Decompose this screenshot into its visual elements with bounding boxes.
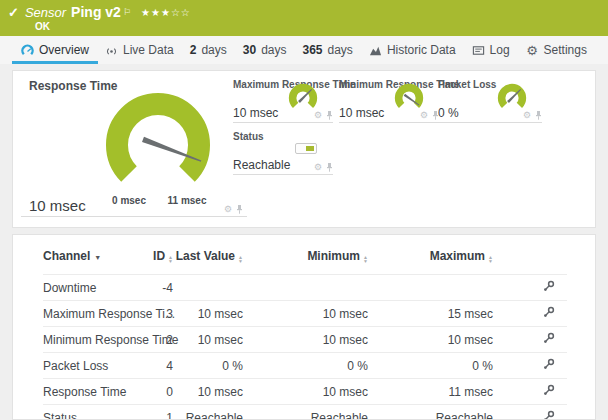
tab-label: Overview bbox=[39, 43, 89, 57]
wrench-icon[interactable] bbox=[543, 384, 555, 396]
column-label: Channel bbox=[43, 249, 90, 263]
tab-30-days[interactable]: 30 days bbox=[238, 36, 292, 64]
cell-id: 0 bbox=[148, 379, 173, 405]
column-header-last-value[interactable]: Last Value▲▼ bbox=[173, 247, 243, 275]
tab-settings[interactable]: ⚙ Settings bbox=[521, 36, 592, 64]
channel-gear-icon[interactable]: ⚙ bbox=[314, 163, 322, 172]
tab-label: days bbox=[201, 43, 226, 57]
stars-filled[interactable]: ★★★ bbox=[141, 7, 171, 18]
cell-channel: Response Time bbox=[43, 379, 148, 405]
cell-maximum: Reachable bbox=[368, 405, 493, 420]
tab-bar: Overview Live Data 2 days 30 days 365 da… bbox=[0, 36, 608, 64]
cell-channel: Status bbox=[43, 405, 148, 420]
cell-last-value: 10 msec bbox=[173, 301, 243, 327]
wrench-icon[interactable] bbox=[543, 306, 555, 318]
channel-gear-icon[interactable]: ⚙ bbox=[523, 111, 531, 120]
priority-stars[interactable]: ★★★☆☆ bbox=[141, 7, 191, 18]
overview-gauges-panel: Response Time 0 msec 11 msec 10 msec ⚙ M… bbox=[12, 70, 596, 228]
pin-icon[interactable] bbox=[236, 205, 243, 214]
cell-maximum: 10 msec bbox=[368, 327, 493, 353]
sort-desc-icon: ▼ bbox=[94, 254, 101, 261]
cell-minimum: Reachable bbox=[243, 405, 368, 420]
column-label: Minimum bbox=[307, 249, 360, 263]
status-toggle-indicator bbox=[295, 143, 317, 154]
toggle-knob bbox=[306, 146, 314, 151]
mini-panel-minimum-response-time: Minimum Response Time 10 msec ⚙ bbox=[339, 77, 439, 123]
pin-icon[interactable] bbox=[535, 111, 542, 120]
sort-icon: ▲▼ bbox=[363, 255, 368, 263]
channel-table-panel: Channel▼ ID▲▼ Last Value▲▼ Minimum▲▼ Max… bbox=[12, 234, 596, 420]
table-row-packet-loss[interactable]: Packet Loss 4 0 % 0 % 0 % bbox=[43, 353, 567, 379]
table-row-downtime[interactable]: Downtime -4 bbox=[43, 275, 567, 301]
cell-channel: Maximum Response Ti... bbox=[43, 301, 148, 327]
cell-minimum: 10 msec bbox=[243, 301, 368, 327]
wrench-icon[interactable] bbox=[543, 358, 555, 370]
gear-icon: ⚙ bbox=[526, 44, 539, 57]
wrench-icon[interactable] bbox=[543, 280, 555, 292]
response-time-gauge bbox=[93, 89, 223, 207]
column-header-minimum[interactable]: Minimum▲▼ bbox=[243, 247, 368, 275]
column-header-channel[interactable]: Channel▼ bbox=[43, 247, 148, 275]
status-check-icon: ✓ bbox=[8, 5, 19, 20]
channel-gear-icon[interactable]: ⚙ bbox=[224, 205, 232, 214]
sensor-title: Ping v2 bbox=[71, 4, 121, 20]
cell-minimum bbox=[243, 275, 368, 301]
tab-live-data[interactable]: Live Data bbox=[100, 36, 179, 64]
mini-title: Status bbox=[233, 129, 333, 142]
tab-number: 365 bbox=[302, 43, 322, 57]
tab-365-days[interactable]: 365 days bbox=[297, 36, 357, 64]
cell-minimum: 10 msec bbox=[243, 379, 368, 405]
tab-label: Log bbox=[490, 43, 510, 57]
channel-gear-icon[interactable]: ⚙ bbox=[314, 111, 322, 120]
cell-channel: Downtime bbox=[43, 275, 148, 301]
mini-value: Reachable bbox=[233, 158, 290, 172]
tab-number: 30 bbox=[243, 43, 256, 57]
wrench-icon[interactable] bbox=[543, 332, 555, 344]
cell-last-value: 10 msec bbox=[173, 327, 243, 353]
gauge-scale-max: 11 msec bbox=[168, 195, 207, 206]
mini-value: 10 msec bbox=[339, 106, 384, 120]
table-row-minimum-response-time[interactable]: Minimum Response Time 2 10 msec 10 msec … bbox=[43, 327, 567, 353]
tab-historic-data[interactable]: Historic Data bbox=[364, 36, 461, 64]
stars-empty[interactable]: ☆☆ bbox=[171, 7, 191, 18]
table-row-status[interactable]: Status 1 Reachable Reachable Reachable bbox=[43, 405, 567, 420]
column-header-id[interactable]: ID▲▼ bbox=[148, 247, 173, 275]
sort-icon: ▲▼ bbox=[238, 255, 243, 263]
priority-flag-icon: ⚐ bbox=[123, 7, 131, 17]
cell-maximum: 0 % bbox=[368, 353, 493, 379]
cell-id: -4 bbox=[148, 275, 173, 301]
primary-channel-value: 10 msec bbox=[29, 197, 86, 214]
pin-icon[interactable] bbox=[326, 163, 333, 172]
tab-overview[interactable]: Overview bbox=[16, 36, 94, 64]
channel-gear-icon[interactable]: ⚙ bbox=[420, 111, 428, 120]
column-label: Maximum bbox=[430, 249, 485, 263]
tab-label: days bbox=[261, 43, 286, 57]
table-row-response-time[interactable]: Response Time 0 10 msec 10 msec 11 msec bbox=[43, 379, 567, 405]
sensor-status-badge: OK bbox=[35, 21, 598, 32]
column-header-maximum[interactable]: Maximum▲▼ bbox=[368, 247, 493, 275]
cell-maximum: 15 msec bbox=[368, 301, 493, 327]
column-label: Last Value bbox=[176, 249, 235, 263]
sort-icon: ▲▼ bbox=[488, 255, 493, 263]
cell-channel: Minimum Response Time bbox=[43, 327, 148, 353]
cell-channel: Packet Loss bbox=[43, 353, 148, 379]
wrench-icon[interactable] bbox=[543, 410, 555, 420]
column-label: ID bbox=[153, 249, 165, 263]
sensor-header-bar: ✓ Sensor Ping v2 ⚐ ★★★☆☆ OK bbox=[0, 0, 608, 36]
chart-icon bbox=[369, 44, 382, 57]
table-row-maximum-response-time[interactable]: Maximum Response Ti... 3 10 msec 10 msec… bbox=[43, 301, 567, 327]
column-header-tools bbox=[493, 247, 567, 275]
cell-last-value: Reachable bbox=[173, 405, 243, 420]
gauge-scale-min: 0 msec bbox=[112, 195, 146, 206]
cell-last-value: 10 msec bbox=[173, 379, 243, 405]
tab-2-days[interactable]: 2 days bbox=[185, 36, 232, 64]
cell-minimum: 0 % bbox=[243, 353, 368, 379]
cell-maximum bbox=[368, 275, 493, 301]
mini-panel-maximum-response-time: Maximum Response Time 10 msec ⚙ bbox=[233, 77, 333, 123]
pin-icon[interactable] bbox=[326, 111, 333, 120]
channel-table: Channel▼ ID▲▼ Last Value▲▼ Minimum▲▼ Max… bbox=[43, 247, 567, 420]
tab-label: days bbox=[328, 43, 353, 57]
tab-log[interactable]: Log bbox=[467, 36, 515, 64]
live-data-icon bbox=[105, 44, 118, 57]
tab-label: Live Data bbox=[123, 43, 174, 57]
